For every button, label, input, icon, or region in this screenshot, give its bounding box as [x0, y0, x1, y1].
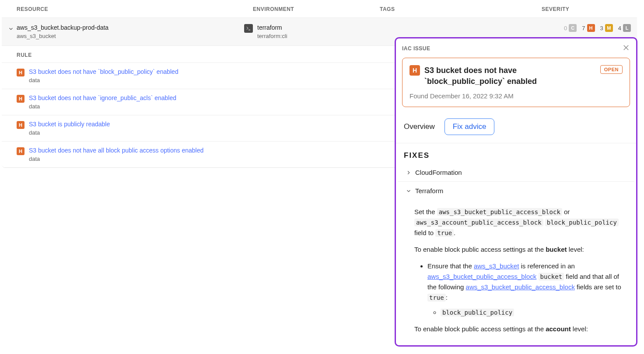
rule-title[interactable]: S3 bucket does not have all block public… — [29, 147, 203, 154]
fix-cloudformation-toggle[interactable]: CloudFormation — [398, 163, 634, 182]
tab-overview[interactable]: Overview — [404, 122, 435, 131]
high-badge-icon: H — [17, 121, 24, 129]
rule-title[interactable]: S3 bucket does not have `block_public_po… — [29, 68, 178, 75]
rule-sub: data — [29, 103, 176, 110]
fix-paragraph-1: Set the aws_s3_bucket_public_access_bloc… — [414, 207, 628, 238]
critical-badge-icon: C — [569, 24, 577, 32]
chevron-down-icon[interactable] — [8, 26, 14, 32]
issue-card: H S3 bucket does not have `block_public_… — [402, 58, 630, 107]
rule-title[interactable]: S3 bucket is publicly readable — [29, 121, 110, 128]
tab-fix-advice[interactable]: Fix advice — [444, 118, 495, 135]
severity-cell: 0 C 7 H 3 M 4 L — [533, 24, 631, 32]
link-aws-s3-bucket-pab-1[interactable]: aws_s3_bucket_public_access_block — [427, 273, 536, 280]
fix-paragraph-2: To enable block public access settings a… — [414, 244, 628, 255]
chevron-down-icon — [406, 188, 412, 194]
issue-side-panel: IAC ISSUE H S3 bucket does not have `blo… — [395, 37, 637, 347]
high-badge-icon: H — [587, 24, 595, 32]
panel-tabs: Overview Fix advice — [396, 112, 636, 143]
env-sub: terraform:cli — [257, 33, 287, 39]
fix-terraform-toggle[interactable]: Terraform — [398, 182, 634, 200]
high-badge-icon: H — [410, 65, 420, 76]
severity-low: 4 L — [618, 24, 631, 32]
fix-terraform-content: Set the aws_s3_bucket_public_access_bloc… — [398, 200, 634, 345]
col-environment: ENVIRONMENT — [253, 6, 380, 12]
fix-bullet-1: Ensure that the aws_s3_bucket is referen… — [427, 261, 628, 318]
low-badge-icon: L — [623, 24, 631, 32]
fix-cloudformation-label: CloudFormation — [415, 169, 462, 176]
table-header-row: RESOURCE ENVIRONMENT TAGS SEVERITY — [2, 0, 637, 18]
high-badge-icon: H — [17, 147, 24, 155]
resource-name: aws_s3_bucket.backup-prod-data — [17, 24, 108, 31]
env-name: terraform — [257, 24, 287, 31]
status-badge: OPEN — [600, 65, 623, 74]
rule-sub: data — [29, 77, 178, 83]
col-severity: SEVERITY — [542, 6, 622, 12]
link-aws-s3-bucket[interactable]: aws_s3_bucket — [474, 262, 519, 270]
severity-critical: 0 C — [564, 24, 577, 32]
resource-type: aws_s3_bucket — [17, 33, 108, 39]
rule-sub: data — [29, 156, 203, 162]
fixes-heading: FIXES — [398, 150, 634, 163]
col-tags: TAGS — [380, 6, 542, 12]
issue-found-timestamp: Found December 16, 2022 9:32 AM — [410, 92, 623, 100]
terminal-icon — [244, 24, 253, 33]
col-resource: RESOURCE — [17, 6, 253, 12]
severity-medium: 3 M — [600, 24, 613, 32]
medium-badge-icon: M — [605, 24, 613, 32]
high-badge-icon: H — [17, 69, 24, 76]
chevron-right-icon — [406, 170, 412, 176]
high-badge-icon: H — [17, 95, 24, 103]
fix-terraform-label: Terraform — [415, 187, 443, 194]
rule-title[interactable]: S3 bucket does not have `ignore_public_a… — [29, 94, 176, 101]
close-icon[interactable] — [622, 44, 630, 53]
link-aws-s3-bucket-pab-2[interactable]: aws_s3_bucket_public_access_block — [466, 283, 575, 291]
fix-sub-bullet: block_public_policy — [441, 307, 628, 318]
rule-sub: data — [29, 129, 110, 136]
severity-high: 7 H — [582, 24, 595, 32]
fix-paragraph-3: To enable block public access settings a… — [414, 324, 628, 334]
issue-title: S3 bucket does not have `block_public_po… — [424, 65, 596, 87]
panel-body: FIXES CloudFormation Terraform Set the a… — [396, 143, 636, 345]
panel-label: IAC ISSUE — [402, 45, 430, 52]
